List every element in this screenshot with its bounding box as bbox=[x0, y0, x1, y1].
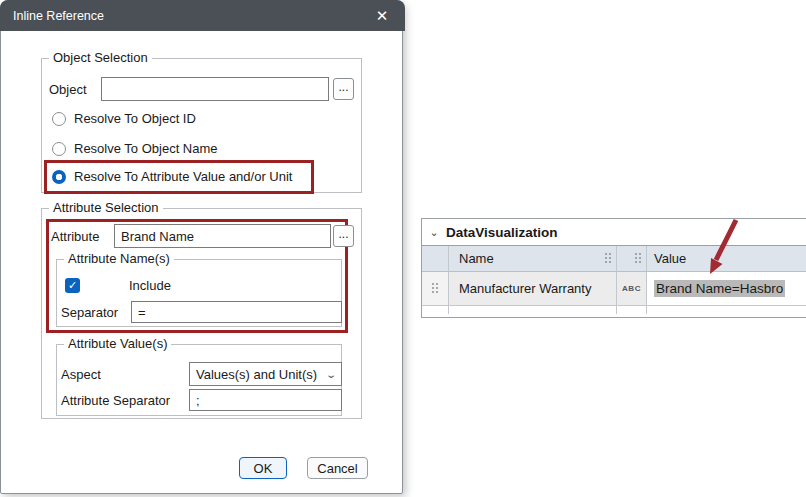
grid-header-row: Name Value bbox=[422, 246, 806, 272]
include-label[interactable]: Include bbox=[129, 278, 171, 293]
include-checkbox[interactable]: ✓ bbox=[65, 278, 80, 293]
radio-resolve-object-name-label[interactable]: Resolve To Object Name bbox=[74, 141, 218, 156]
radio-resolve-object-id[interactable] bbox=[52, 112, 66, 126]
attribute-separator-label: Attribute Separator bbox=[61, 393, 170, 408]
radio-resolve-attribute-value-label[interactable]: Resolve To Attribute Value and/or Unit bbox=[74, 169, 292, 184]
object-selection-legend: Object Selection bbox=[49, 50, 152, 65]
row-type-cell: ABC bbox=[617, 272, 647, 305]
object-label: Object bbox=[49, 82, 87, 97]
row-value-cell[interactable]: Brand Name=Hasbro bbox=[647, 272, 806, 305]
aspect-dropdown-value: Values(s) and Unit(s) bbox=[196, 367, 317, 382]
row-value-text: Brand Name=Hasbro bbox=[654, 280, 785, 297]
row-name-cell[interactable]: Manufacturer Warranty bbox=[449, 272, 617, 305]
data-visualization-panel: ⌄ DataVisualization Name Value Manufactu… bbox=[421, 218, 806, 318]
panel-title-row[interactable]: ⌄ DataVisualization bbox=[422, 219, 806, 246]
row-name-text: Manufacturer Warranty bbox=[459, 281, 591, 296]
ok-button[interactable]: OK bbox=[239, 457, 287, 479]
object-input[interactable] bbox=[101, 77, 329, 101]
screen: Inline Reference ✕ Object Selection Obje… bbox=[0, 0, 806, 497]
radio-resolve-object-name[interactable] bbox=[52, 142, 66, 156]
separator-input[interactable] bbox=[131, 301, 342, 323]
panel-title: DataVisualization bbox=[446, 225, 558, 240]
attribute-separator-input[interactable] bbox=[189, 389, 342, 411]
radio-resolve-object-id-label[interactable]: Resolve To Object ID bbox=[74, 111, 196, 126]
attribute-values-legend: Attribute Value(s) bbox=[64, 336, 171, 351]
attribute-selection-legend: Attribute Selection bbox=[49, 200, 163, 215]
object-browse-button[interactable]: ... bbox=[333, 78, 354, 100]
attribute-names-legend: Attribute Name(s) bbox=[64, 251, 174, 266]
header-name-cell[interactable]: Name bbox=[449, 246, 617, 271]
aspect-label: Aspect bbox=[61, 367, 101, 382]
attribute-label: Attribute bbox=[51, 229, 99, 244]
column-grip-icon[interactable] bbox=[635, 253, 642, 264]
column-grip-icon[interactable] bbox=[605, 253, 612, 264]
row-handle-cell[interactable] bbox=[422, 272, 449, 305]
separator-label: Separator bbox=[61, 305, 118, 320]
attribute-browse-button[interactable]: ... bbox=[333, 225, 354, 247]
empty-stub-row bbox=[422, 306, 806, 314]
value-column-header: Value bbox=[654, 251, 686, 266]
inline-reference-dialog: Inline Reference ✕ Object Selection Obje… bbox=[0, 0, 403, 494]
attribute-input[interactable] bbox=[114, 224, 331, 248]
header-type-cell[interactable] bbox=[617, 246, 647, 271]
table-row[interactable]: Manufacturer Warranty ABC Brand Name=Has… bbox=[422, 272, 806, 306]
name-column-header: Name bbox=[459, 251, 494, 266]
collapse-chevron-icon[interactable]: ⌄ bbox=[422, 226, 446, 239]
row-grip-icon[interactable] bbox=[432, 283, 439, 294]
radio-resolve-attribute-value[interactable] bbox=[52, 170, 66, 184]
dialog-title: Inline Reference bbox=[0, 9, 104, 23]
aspect-dropdown[interactable]: Values(s) and Unit(s) ⌄ bbox=[189, 362, 342, 386]
header-rowhandle-cell bbox=[422, 246, 449, 271]
abc-type-icon: ABC bbox=[622, 284, 641, 293]
header-value-cell[interactable]: Value bbox=[647, 246, 806, 271]
close-icon[interactable]: ✕ bbox=[365, 0, 399, 31]
cancel-button[interactable]: Cancel bbox=[307, 457, 368, 479]
chevron-down-icon: ⌄ bbox=[325, 369, 337, 380]
dialog-titlebar: Inline Reference ✕ bbox=[0, 0, 405, 31]
